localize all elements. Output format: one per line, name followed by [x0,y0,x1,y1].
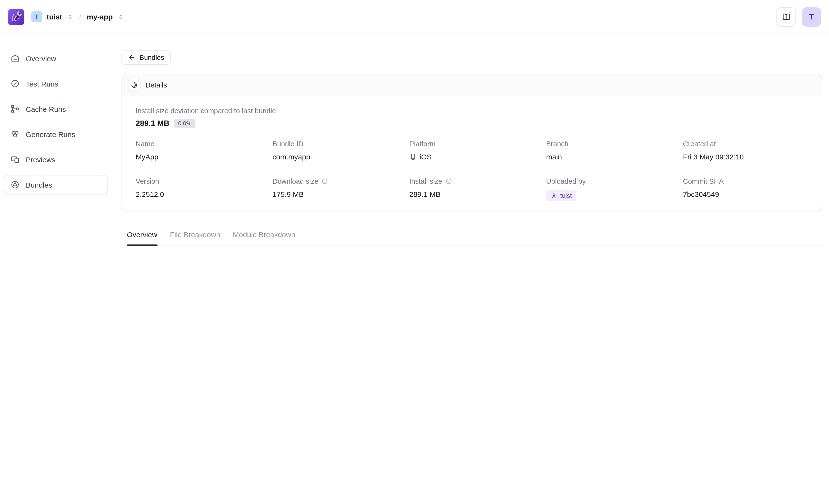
field-bundle-id: Bundle ID com.myapp [273,140,398,161]
disc-icon [128,79,141,91]
sidebar-item-overview[interactable]: Overview [4,49,108,68]
field-branch: Branch main [546,140,671,161]
deviation-delta-badge: 0.0% [174,119,195,128]
field-uploaded-by: Uploaded by tuist [546,178,671,201]
sidebar: Overview Test Runs Cache Runs Generate R… [0,34,112,200]
info-icon[interactable] [321,178,328,185]
back-to-bundles-button[interactable]: Bundles [121,50,171,65]
sidebar-item-generate-runs[interactable]: Generate Runs [4,124,108,144]
breadcrumb: T tuist / my-app [31,11,124,22]
sidebar-item-label: Cache Runs [26,105,66,113]
sidebar-item-previews[interactable]: Previews [4,150,108,169]
gauge-icon [10,79,20,88]
back-button-label: Bundles [140,53,164,61]
main-content: Bundles Details Install size deviation c… [121,34,822,252]
tuist-logo[interactable] [8,8,24,25]
tab-overview[interactable]: Overview [127,230,157,245]
arrow-left-icon [128,53,136,61]
field-download-size: Download size 175.9 MB [273,178,398,201]
details-card-header: Details [122,74,822,96]
sidebar-item-bundles[interactable]: Bundles [4,175,108,194]
details-card: Details Install size deviation compared … [121,74,822,211]
breadcrumb-divider: / [79,12,81,22]
details-card-body: Install size deviation compared to last … [122,96,822,211]
field-created-at: Created at Fri 3 May 09:32:10 [683,140,808,161]
sidebar-item-label: Generate Runs [26,130,75,138]
cluster-icon [10,129,20,139]
details-card-title: Details [145,81,167,89]
uploader-badge[interactable]: tuist [546,190,576,201]
donut-chart-icon [10,180,20,190]
sidebar-item-cache-runs[interactable]: Cache Runs [4,99,108,119]
topbar-actions: T [777,7,821,27]
sidebar-item-label: Overview [26,54,56,63]
field-install-size: Install size 289.1 MB [409,178,535,201]
field-platform: Platform iOS [409,140,535,161]
sidebar-item-label: Bundles [26,181,52,189]
phone-icon [409,153,417,160]
project-switcher-icon[interactable] [117,13,124,21]
sidebar-item-test-runs[interactable]: Test Runs [4,74,108,93]
bundle-tabs: Overview File Breakdown Module Breakdown [121,230,822,245]
home-icon [10,53,20,63]
field-version: Version 2.2512.0 [136,178,261,201]
topbar: T tuist / my-app T [0,0,829,34]
org-avatar: T [31,11,42,22]
flow-icon [10,104,20,114]
deviation-value: 289.1 MB [136,119,170,128]
sidebar-item-label: Test Runs [26,79,58,88]
book-icon [781,12,791,22]
app-window: T tuist / my-app T [0,0,829,252]
project-name[interactable]: my-app [87,13,113,21]
info-icon[interactable] [445,178,452,185]
tab-module-breakdown[interactable]: Module Breakdown [233,230,295,245]
deviation-label: Install size deviation compared to last … [136,107,808,115]
sidebar-item-label: Previews [26,155,56,163]
docs-button[interactable] [777,7,796,27]
details-fields: Name MyApp Bundle ID com.myapp Platform [136,140,808,201]
user-avatar[interactable]: T [802,7,821,27]
person-icon [550,192,557,199]
tab-file-breakdown[interactable]: File Breakdown [170,230,220,245]
org-name[interactable]: tuist [47,13,62,21]
field-commit-sha: Commit SHA 7bc304549 [683,178,808,201]
org-switcher-icon[interactable] [66,13,74,21]
devices-icon [10,155,20,164]
field-name: Name MyApp [136,140,261,161]
